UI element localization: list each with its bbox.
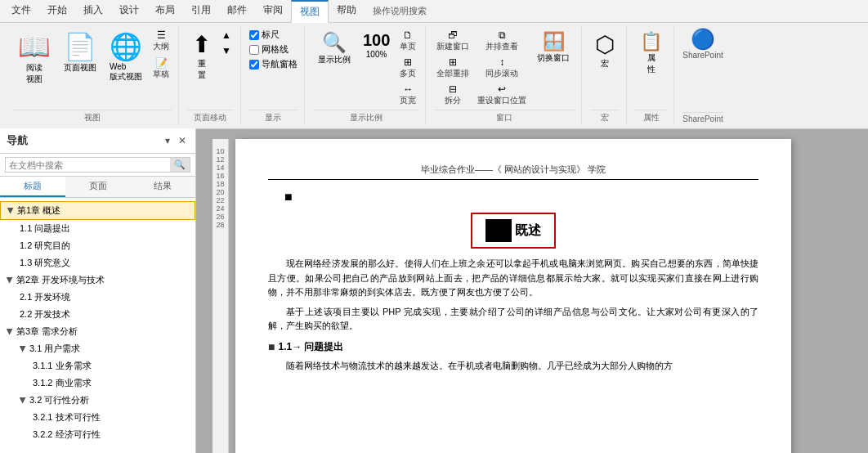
btn-one-page[interactable]: 🗋 单页 (397, 28, 418, 54)
nav-tabs: 标题 页面 结果 (0, 177, 195, 198)
page-width-icon: ↔ (403, 83, 413, 95)
tree-item-3-2[interactable]: ▶ 3.2 可行性分析 (13, 392, 195, 409)
tree-item-1-3[interactable]: 1.3 研究意义 (13, 254, 195, 271)
tab-review[interactable]: 审阅 (255, 0, 291, 22)
nav-tab-results[interactable]: 结果 (130, 177, 195, 197)
btn-new-window[interactable]: 🗗 新建窗口 (434, 28, 472, 54)
btn-web-view[interactable]: 🌐 Web版式视图 (105, 28, 147, 86)
group-sharepoint: 🔵 SharePoint SharePoint (676, 26, 729, 125)
check-nav-pane[interactable]: 导航窗格 (249, 58, 298, 70)
tab-search[interactable]: 操作说明搜索 (365, 0, 435, 22)
nav-search-input[interactable] (6, 159, 170, 172)
tab-file[interactable]: 文件 (3, 0, 39, 22)
nav-search-button[interactable]: 🔍 (170, 158, 190, 172)
check-gridlines[interactable]: 网格线 (249, 43, 289, 56)
btn-outline[interactable]: ☰ 大纲 (150, 28, 172, 54)
tab-mailings[interactable]: 邮件 (219, 0, 255, 22)
doc-container: 10 12 14 16 18 20 22 24 26 28 毕业综合作业——《 … (196, 129, 868, 453)
arrow-icon-3-2: ▶ (19, 397, 28, 404)
macro-icon: ⬡ (595, 31, 615, 58)
doc-area: 6 4 2 2 4 6 8 10 12 14 16 18 20 22 24 26… (196, 128, 868, 453)
outline-icon: ☰ (157, 29, 166, 41)
btn-multi-page[interactable]: ⊞ 多页 (397, 55, 418, 81)
section-1-1-heading: ■ 1.1→ 问题提出 (268, 340, 758, 354)
sync-scroll-icon: ↕ (499, 56, 504, 68)
btn-side-by-side[interactable]: ⧉ 并排查看 (475, 28, 529, 54)
check-ruler[interactable]: 标尺 (249, 29, 280, 41)
group-zoom: 🔍 显示比例 100 100% 🗋 单页 ⊞ 多页 (306, 26, 426, 125)
nav-menu-btn[interactable]: ▾ (163, 134, 172, 147)
chapter-prefix-box (485, 219, 512, 242)
doc-paragraph-3: 随着网络技术与物流技术的越来越发达。在手机或者电脑删购物。几乎已经成为大部分人购… (268, 359, 758, 374)
tree-item-3-2-1[interactable]: 3.2.1 技术可行性 (26, 409, 195, 426)
tab-insert[interactable]: 插入 (75, 0, 111, 22)
btn-zoom[interactable]: 🔍 显示比例 (313, 28, 356, 69)
tree-item-2-2-label: 2.2 开发技术 (20, 308, 70, 321)
tab-home[interactable]: 开始 (39, 0, 75, 22)
tree-item-2-2[interactable]: 2.2 开发技术 (13, 306, 195, 323)
btn-reset[interactable]: ⬆ 重置 (187, 28, 216, 84)
tree-item-ch1[interactable]: ▶ 第1章 概述 (0, 201, 195, 220)
group-show: 标尺 网格线 导航窗格 显示 (243, 26, 305, 125)
tree-item-ch3[interactable]: ▶ 第3章 需求分析 (0, 323, 195, 340)
doc-paragraph-1: 现在网络经济发展的那么好。使得人们在上班之余还可以拿起手机或电脑来浏览网页。购买… (268, 257, 758, 300)
group-macro-label: 宏 (590, 110, 620, 123)
tree-item-ch2[interactable]: ▶ 第2章 开发环境与技术 (0, 271, 195, 289)
btn-down[interactable]: ▼ (219, 43, 234, 58)
nav-tab-pages[interactable]: 页面 (65, 177, 131, 197)
btn-sync-scroll[interactable]: ↕ 同步滚动 (475, 55, 529, 81)
group-zoom-label: 显示比例 (313, 110, 418, 123)
tree-item-2-1[interactable]: 2.1 开发环境 (13, 289, 195, 306)
group-properties: 📋 属性 属性 (629, 26, 674, 125)
btn-draft[interactable]: 📝 草稿 (150, 56, 172, 82)
tab-references[interactable]: 引用 (183, 0, 219, 22)
up-icon: ▲ (221, 29, 231, 41)
tree-item-3-2-2-label: 3.2.2 经济可行性 (33, 428, 101, 441)
tab-view[interactable]: 视图 (291, 0, 329, 23)
tree-item-1-3-label: 1.3 研究意义 (20, 257, 70, 269)
nav-search-box: 🔍 (5, 157, 190, 173)
tab-layout[interactable]: 布局 (147, 0, 183, 22)
100-icon: 100 (363, 31, 390, 50)
tab-help[interactable]: 帮助 (329, 0, 365, 22)
btn-reset-window[interactable]: ↩ 重设窗口位置 (475, 82, 529, 108)
down-icon: ▼ (221, 45, 231, 56)
group-window-label: 窗口 (434, 110, 575, 123)
nav-close-btn[interactable]: ✕ (176, 134, 189, 147)
read-view-icon: 📖 (18, 31, 51, 62)
btn-page-view[interactable]: 📄 页面视图 (59, 28, 101, 77)
tree-item-1-2-label: 1.2 研究目的 (20, 240, 70, 252)
tree-item-3-1-1[interactable]: 3.1.1 业务需求 (26, 357, 195, 375)
sharepoint-icon: 🔵 (691, 28, 715, 51)
arrow-icon: ▶ (7, 208, 16, 214)
chapter-heading-text: 既述 (515, 222, 541, 240)
tree-item-3-1-2[interactable]: 3.1.2 商业需求 (26, 375, 195, 392)
tree-item-1-2[interactable]: 1.2 研究目的 (13, 237, 195, 254)
sharepoint-label: SharePoint (682, 51, 723, 60)
tree-item-3-1-label: 3.1 用户需求 (29, 343, 80, 355)
sharepoint-group-label: SharePoint (682, 112, 723, 123)
tree-item-3-1[interactable]: ▶ 3.1 用户需求 (13, 340, 195, 357)
nav-header: 导航 ▾ ✕ (0, 128, 195, 154)
btn-100percent[interactable]: 100 100% (358, 28, 395, 62)
btn-switch-window[interactable]: 🪟 切换窗口 (532, 28, 575, 67)
tree-item-3-1-1-label: 3.1.1 业务需求 (33, 360, 92, 372)
tree-item-ch2-label: 第2章 开发环境与技术 (16, 274, 105, 286)
tab-design[interactable]: 设计 (111, 0, 147, 22)
btn-up[interactable]: ▲ (219, 28, 234, 43)
nav-tab-headings[interactable]: 标题 (0, 177, 65, 197)
tree-item-1-1-label: 1.1 问题提出 (20, 222, 70, 235)
btn-read-view[interactable]: 📖 阅读视图 (13, 28, 56, 88)
group-views: 📖 阅读视图 📄 页面视图 🌐 Web版式视图 ☰ 大纲 (7, 26, 179, 125)
btn-macro[interactable]: ⬡ 宏 (590, 28, 620, 73)
ribbon: 文件 开始 插入 设计 布局 引用 邮件 审阅 视图 帮助 操作说明搜索 📖 阅… (0, 0, 868, 128)
tree-item-3-2-2[interactable]: 3.2.2 经济可行性 (26, 426, 195, 443)
tree-item-1-1[interactable]: 1.1 问题提出 (13, 220, 195, 237)
btn-properties[interactable]: 📋 属性 (635, 28, 667, 78)
btn-all-arrange[interactable]: ⊞ 全部重排 (434, 55, 472, 81)
btn-page-width[interactable]: ↔ 页宽 (397, 82, 418, 108)
btn-split[interactable]: ⊟ 拆分 (434, 82, 472, 108)
tree-item-3-1-2-label: 3.1.2 商业需求 (33, 377, 92, 389)
new-window-icon: 🗗 (448, 29, 458, 41)
nav-title: 导航 (7, 133, 28, 148)
